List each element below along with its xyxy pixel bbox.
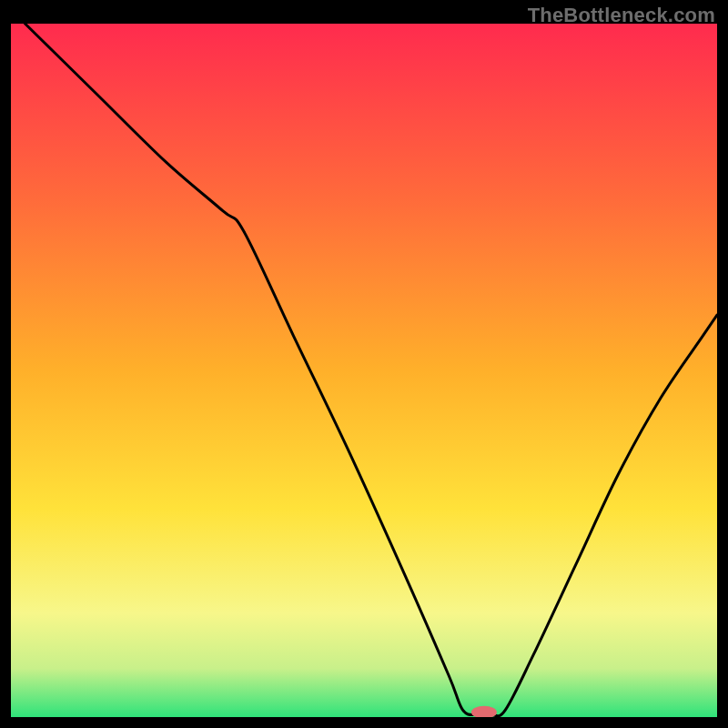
- chart-plot: [11, 24, 717, 717]
- gradient-background: [11, 24, 717, 717]
- chart-svg: [11, 24, 717, 717]
